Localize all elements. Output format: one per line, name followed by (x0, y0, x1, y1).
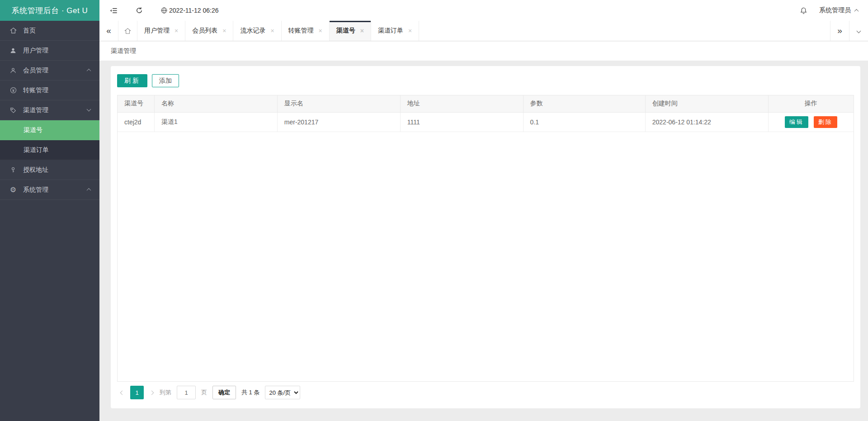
column-header: 渠道号 (118, 95, 154, 112)
tab-label: 转账管理 (288, 27, 314, 35)
close-icon[interactable]: × (270, 28, 274, 34)
close-icon[interactable]: × (408, 28, 412, 34)
cell-actions: 编辑 删除 (768, 112, 854, 132)
chevron-down-icon (87, 107, 91, 112)
chevron-up-icon (854, 9, 859, 13)
refresh-button[interactable]: 刷新 (117, 74, 147, 87)
cell-display-name: mer-201217 (277, 112, 400, 132)
page-title: 渠道管理 (111, 47, 136, 55)
tabs-scroll-right-button[interactable]: » (830, 21, 849, 41)
main-area: 2022-11-12 06:26 系统管理员 « 用户管理 × 会员列表 (99, 0, 868, 421)
content-card: 刷新 添加 渠道号 名称 显示名 地址 参数 创建 (111, 66, 860, 408)
tab-member-list[interactable]: 会员列表 × (185, 21, 233, 41)
current-page-button[interactable]: 1 (130, 386, 144, 399)
bell-icon[interactable] (800, 7, 807, 14)
column-header: 地址 (400, 95, 523, 112)
column-header: 操作 (768, 95, 854, 112)
app-title: 系统管理后台 · Get U (0, 0, 99, 21)
sidebar-item-system[interactable]: ⚙ 系统管理 (0, 180, 99, 200)
key-icon (9, 166, 17, 174)
tab-home[interactable] (118, 21, 137, 41)
column-header: 名称 (154, 95, 277, 112)
column-header: 参数 (523, 95, 645, 112)
next-page-button[interactable] (149, 391, 154, 394)
username-text: 系统管理员 (819, 6, 851, 14)
chevron-up-icon (87, 69, 91, 73)
page-size-select[interactable]: 20 条/页 (265, 386, 300, 399)
gear-icon: ⚙ (9, 185, 17, 194)
delete-button[interactable]: 删除 (814, 116, 837, 128)
page-label: 页 (201, 388, 207, 397)
user-menu[interactable]: 系统管理员 (819, 6, 858, 14)
tab-channel-orders[interactable]: 渠道订单 × (371, 21, 419, 41)
globe-icon (160, 7, 168, 14)
tab-transfer[interactable]: 转账管理 × (282, 21, 330, 41)
tabs-menu-button[interactable] (849, 21, 868, 41)
collapse-sidebar-icon[interactable] (109, 6, 118, 15)
tab-flow-records[interactable]: 流水记录 × (233, 21, 281, 41)
sidebar-item-users[interactable]: 用户管理 (0, 41, 99, 61)
tabbar: « 用户管理 × 会员列表 × 流水记录 × 转账管理 × 渠道号 × 渠道订单 (99, 21, 868, 41)
close-icon[interactable]: × (222, 28, 226, 34)
server-time: 2022-11-12 06:26 (160, 7, 219, 14)
home-icon (9, 27, 17, 34)
cell-address: 1111 (400, 112, 523, 132)
chevron-up-icon (87, 188, 91, 193)
cell-channel-no: ctej2d (118, 112, 154, 132)
user-icon (9, 47, 17, 54)
close-icon[interactable]: × (319, 28, 322, 34)
double-chevron-left-icon: « (106, 26, 111, 36)
cell-param: 0.1 (523, 112, 645, 132)
table-empty-space (118, 132, 854, 382)
tab-users[interactable]: 用户管理 × (137, 21, 185, 41)
sidebar-item-label: 授权地址 (23, 166, 48, 174)
datetime-text: 2022-11-12 06:26 (169, 7, 219, 14)
close-icon[interactable]: × (175, 28, 178, 34)
toolbar: 刷新 添加 (117, 74, 854, 87)
tab-label: 渠道订单 (378, 27, 403, 35)
tab-label: 用户管理 (144, 27, 170, 35)
tab-channel-no[interactable]: 渠道号 × (330, 21, 371, 41)
pagination: 1 到第 页 确定 共 1 条 20 条/页 (117, 386, 854, 399)
page-content: 刷新 添加 渠道号 名称 显示名 地址 参数 创建 (99, 61, 868, 421)
home-icon (124, 27, 132, 35)
sidebar-subitem-label: 渠道订单 (24, 146, 49, 154)
sidebar-item-transfers[interactable]: 转账管理 (0, 80, 99, 100)
goto-page-input[interactable] (177, 386, 196, 399)
sidebar-item-auth-address[interactable]: 授权地址 (0, 160, 99, 180)
sidebar-subitem-channel-no[interactable]: 渠道号 (0, 120, 99, 140)
sidebar-item-channels[interactable]: 渠道管理 (0, 100, 99, 120)
tag-icon (9, 107, 17, 114)
table-container: 渠道号 名称 显示名 地址 参数 创建时间 操作 ctej2d 渠道1 (117, 95, 854, 382)
sidebar-item-label: 用户管理 (23, 47, 48, 55)
sidebar-subitem-channel-orders[interactable]: 渠道订单 (0, 140, 99, 160)
sidebar-item-label: 会员管理 (23, 66, 48, 75)
chevron-left-icon (120, 390, 125, 395)
confirm-page-button[interactable]: 确定 (212, 386, 236, 399)
cell-name: 渠道1 (154, 112, 277, 132)
sidebar-item-label: 系统管理 (23, 186, 48, 194)
breadcrumb: 渠道管理 (99, 41, 868, 61)
sidebar-nav: 首页 用户管理 会员管理 转账管理 渠道管理 (0, 21, 99, 421)
table-header-row: 渠道号 名称 显示名 地址 参数 创建时间 操作 (118, 95, 854, 112)
edit-button[interactable]: 编辑 (785, 116, 808, 128)
tab-label: 流水记录 (240, 27, 265, 35)
sidebar-item-home[interactable]: 首页 (0, 21, 99, 41)
refresh-icon[interactable] (135, 6, 143, 14)
double-chevron-right-icon: » (837, 26, 842, 36)
tabs-scroll-left-button[interactable]: « (99, 21, 118, 41)
sidebar-item-members[interactable]: 会员管理 (0, 61, 99, 80)
prev-page-button[interactable] (120, 391, 125, 394)
goto-label: 到第 (160, 388, 171, 397)
chevron-down-icon (857, 28, 861, 33)
topbar: 2022-11-12 06:26 系统管理员 (99, 0, 868, 21)
total-count-label: 共 1 条 (241, 388, 259, 397)
chevron-right-icon (150, 390, 154, 395)
sidebar-item-label: 渠道管理 (23, 106, 48, 114)
tab-label: 会员列表 (192, 27, 217, 35)
close-icon[interactable]: × (360, 28, 364, 34)
sidebar-subitem-label: 渠道号 (24, 126, 42, 134)
sidebar: 系统管理后台 · Get U 首页 用户管理 会员管理 转账管理 (0, 0, 99, 421)
tab-label: 渠道号 (336, 27, 355, 35)
add-button[interactable]: 添加 (152, 74, 179, 87)
